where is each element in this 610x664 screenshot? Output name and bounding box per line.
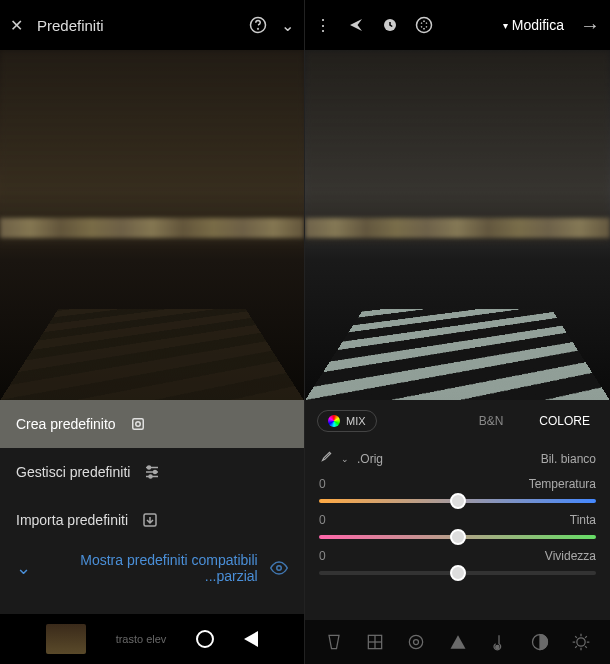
cloud-sync-icon[interactable] [381,16,399,34]
mix-button[interactable]: MIX [317,410,377,432]
presets-panel: ⌄ Predefiniti ✕ Crea predefinito Gestisc… [0,0,305,664]
chevron-down-icon[interactable]: ⌄ [281,16,294,35]
show-partial-presets-item[interactable]: Mostra predefiniti compatibili parzial..… [0,544,304,592]
tint-slider[interactable] [319,535,596,539]
slider-thumb[interactable] [450,565,466,581]
help-icon[interactable] [249,16,267,34]
presets-title: Predefiniti [37,17,104,34]
mode-label: Modifica [512,17,564,33]
sliders-icon [142,462,162,482]
temperature-slider[interactable] [319,499,596,503]
svg-point-14 [577,638,585,646]
eyedropper-icon[interactable] [319,450,333,467]
edit-toolbar [305,620,610,664]
import-presets-item[interactable]: Importa predefiniti [0,496,304,544]
svg-point-11 [277,566,282,571]
back-arrow-icon[interactable]: → [580,14,600,37]
vividness-slider[interactable] [319,571,596,575]
vividness-row: Vividezza 0 [319,549,596,575]
show-partial-label: Mostra predefiniti compatibili parzial..… [43,552,258,584]
svg-point-8 [154,471,157,474]
svg-point-3 [135,422,140,427]
temperature-row: Temperatura 0 [319,477,596,503]
svg-point-1 [258,28,259,29]
temp-label: Temperatura [529,477,596,491]
thumbnail-preview[interactable] [46,624,86,654]
color-wheel-icon [328,415,340,427]
import-icon [140,510,160,530]
tint-label: Tinta [570,513,596,527]
color-controls: Bil. bianco Orig. ⌄ Temperatura 0 [305,442,610,620]
dropdown-caret-icon: ▾ [503,20,508,31]
presets-menu: Crea predefinito Gestisci predefiniti Im… [0,400,304,614]
tab-colore[interactable]: COLORE [531,410,598,432]
vividness-value: 0 [319,549,326,563]
color-tabs: COLORE B&N MIX [305,400,610,442]
vividness-label: Vividezza [545,549,596,563]
chevron-down-icon: ⌄ [16,557,31,579]
target-icon[interactable] [405,631,427,653]
svg-point-18 [414,640,419,645]
white-balance-row: Bil. bianco Orig. ⌄ [319,450,596,467]
svg-point-12 [417,18,432,33]
svg-point-7 [148,466,151,469]
slider-thumb[interactable] [450,529,466,545]
svg-point-16 [495,645,498,648]
svg-rect-2 [132,419,143,430]
preset-create-icon [128,414,148,434]
wb-value[interactable]: Orig. [357,452,383,466]
record-icon[interactable] [196,630,214,648]
exposure-icon[interactable] [570,631,592,653]
svg-point-9 [149,475,152,478]
create-preset-item[interactable]: Crea predefinito [0,400,304,448]
contrast-icon[interactable] [529,631,551,653]
share-icon[interactable] [347,16,365,34]
manage-presets-label: Gestisci predefiniti [16,464,130,480]
more-icon[interactable]: ⋮ [315,16,331,35]
close-icon[interactable]: ✕ [10,16,23,35]
edit-panel: → Modifica ▾ ⋮ COLORE B&N MIX Bil. b [305,0,610,664]
import-presets-label: Importa predefiniti [16,512,128,528]
manage-presets-item[interactable]: Gestisci predefiniti [0,448,304,496]
premium-icon[interactable] [415,16,433,34]
triangle-icon[interactable] [447,631,469,653]
create-preset-label: Crea predefinito [16,416,116,432]
tab-bn[interactable]: B&N [471,410,512,432]
mix-label: MIX [346,415,366,427]
mode-dropdown[interactable]: Modifica ▾ [503,17,564,33]
tint-value: 0 [319,513,326,527]
tint-row: Tinta 0 [319,513,596,539]
play-icon[interactable] [244,631,258,647]
slider-thumb[interactable] [450,493,466,509]
perspective-icon[interactable] [323,631,345,653]
wb-label: Bil. bianco [541,452,596,466]
bottom-text: trasto elev [116,633,167,645]
eye-icon [270,558,288,578]
temp-value: 0 [319,477,326,491]
preview-image-right [305,50,610,400]
presets-topbar: ⌄ Predefiniti ✕ [0,0,304,50]
svg-point-17 [410,635,423,648]
preview-image-left [0,50,304,400]
edit-topbar: → Modifica ▾ ⋮ [305,0,610,50]
wb-caret-icon: ⌄ [341,454,349,464]
grid-icon[interactable] [364,631,386,653]
temperature-icon[interactable] [488,631,510,653]
bottom-toolbar-left: trasto elev [0,614,304,664]
